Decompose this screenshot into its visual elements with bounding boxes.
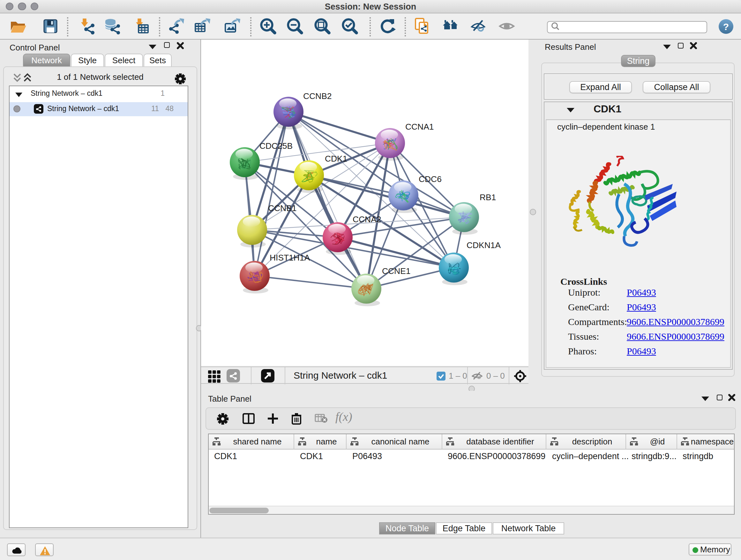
svg-text:CCNE1: CCNE1 <box>382 266 410 276</box>
svg-text:CDC25B: CDC25B <box>259 141 293 151</box>
svg-text:CCNB1: CCNB1 <box>268 203 296 213</box>
svg-text:RB1: RB1 <box>480 192 496 202</box>
svg-text:CCNA2: CCNA2 <box>353 214 381 224</box>
svg-text:HIST1H1A: HIST1H1A <box>270 253 310 262</box>
svg-text:CDK1: CDK1 <box>325 154 347 164</box>
svg-text:CDC6: CDC6 <box>419 174 442 184</box>
svg-text:CCNB2: CCNB2 <box>303 91 332 101</box>
svg-text:CCNA1: CCNA1 <box>405 122 434 132</box>
svg-text:CDKN1A: CDKN1A <box>467 240 501 250</box>
